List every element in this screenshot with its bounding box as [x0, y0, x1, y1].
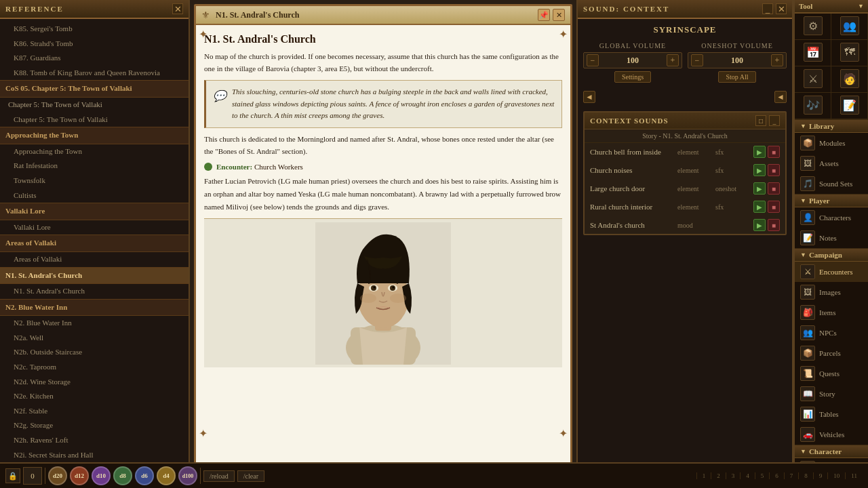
nav-item-n2c[interactable]: N2c. Taproom — [0, 360, 189, 375]
d6-button[interactable]: d6 — [135, 466, 154, 485]
toolbar-notes[interactable]: 📝 Notes — [795, 228, 868, 248]
lock-icon[interactable]: 🔒 — [5, 468, 20, 483]
d6-dice[interactable]: d6 — [135, 466, 154, 485]
nav-item-townsfolk[interactable]: Townsfolk — [0, 174, 189, 188]
seg-3: 3 — [726, 472, 741, 479]
play-church-bell[interactable]: ▶ — [753, 146, 766, 158]
play-st-andral[interactable]: ▶ — [753, 219, 766, 231]
stop-church-bell[interactable]: ■ — [768, 146, 780, 158]
content-close-button[interactable]: ✕ — [553, 9, 565, 21]
nav-item-areas[interactable]: Areas of Vallaki — [0, 252, 189, 267]
nav-item-approaching-town[interactable]: Approaching the Town — [0, 144, 189, 159]
d4-button[interactable]: d4 — [157, 466, 176, 485]
d10-dice[interactable]: d10 — [92, 466, 111, 485]
play-church-noises[interactable]: ▶ — [753, 164, 766, 176]
toolbar-parcels[interactable]: 📦 Parcels — [795, 343, 868, 363]
toolbar-sword-icon[interactable]: ⚔ — [795, 66, 831, 93]
toolbar-calendar-icon[interactable]: 📅 — [795, 40, 831, 66]
oneshot-volume-decrease[interactable]: − — [691, 54, 703, 66]
nav-item-n2h[interactable]: N2h. Ravens' Loft — [0, 433, 189, 448]
d12-button[interactable]: d12 — [70, 466, 89, 485]
oneshot-vol-back[interactable]: ◄ — [774, 91, 787, 103]
d12-dice[interactable]: d12 — [70, 466, 89, 485]
toolbar-assets[interactable]: 🖼 Assets — [795, 153, 868, 174]
context-collapse-button[interactable]: _ — [769, 115, 780, 126]
reload-command[interactable]: /reload — [203, 470, 235, 482]
nav-item-n2f[interactable]: N2f. Stable — [0, 404, 189, 419]
d8-button[interactable]: d8 — [113, 466, 132, 485]
toolbar-extra-icon[interactable]: 🗺 — [831, 40, 868, 66]
stop-st-andral[interactable]: ■ — [768, 219, 780, 231]
player-section-header[interactable]: ▼ Player — [795, 195, 868, 207]
settings-button[interactable]: Settings — [614, 71, 651, 83]
nav-item-vallaki-lore[interactable]: Vallaki Lore — [0, 220, 189, 235]
nav-item-n1[interactable]: N1. St. Andral's Church — [0, 284, 189, 299]
nav-item-n2d[interactable]: N2d. Wine Storage — [0, 375, 189, 390]
oneshot-volume-increase[interactable]: + — [771, 54, 783, 66]
play-large-door[interactable]: ▶ — [753, 182, 766, 195]
stop-large-door[interactable]: ■ — [768, 182, 780, 195]
nav-item-chapter5[interactable]: Chapter 5: The Town of Vallaki — [0, 98, 189, 113]
toolbar-note-icon[interactable]: 📝 — [831, 93, 868, 119]
toolbar-tables[interactable]: 📊 Tables — [795, 404, 868, 424]
nav-item-n2i[interactable]: N2i. Secret Stairs and Hall — [0, 448, 189, 463]
toolbar-character-icon[interactable]: 🧑 — [831, 66, 868, 93]
nav-item-n2a[interactable]: N2a. Well — [0, 331, 189, 346]
nav-item-chapter5-sub[interactable]: Chapter 5: The Town of Vallaki — [0, 113, 189, 127]
nav-item-k86[interactable]: K86. Strahd's Tomb — [0, 37, 189, 52]
play-rural-interior[interactable]: ▶ — [753, 201, 766, 213]
nav-section-n1[interactable]: N1. St. Andral's Church — [0, 267, 189, 285]
nav-item-k87[interactable]: K87. Guardians — [0, 51, 189, 66]
d20-button[interactable]: d20 — [48, 466, 67, 485]
clear-command[interactable]: /clear — [237, 470, 264, 482]
stop-all-button[interactable]: Stop All — [718, 71, 755, 83]
nav-item-k85[interactable]: K85. Sergei's Tomb — [0, 22, 189, 37]
nav-item-rat-infestation[interactable]: Rat Infestation — [0, 159, 189, 174]
toolbar-modules[interactable]: 📦 Modules — [795, 133, 868, 153]
toolbar-vehicles[interactable]: 🚗 Vehicles — [795, 424, 868, 445]
toolbar-story[interactable]: 📖 Story — [795, 384, 868, 404]
nav-section-cos05[interactable]: CoS 05. Chapter 5: The Town of Vallaki — [0, 80, 189, 98]
global-volume-increase[interactable]: + — [667, 54, 679, 66]
nav-item-k88[interactable]: K88. Tomb of King Barov and Queen Raveno… — [0, 66, 189, 81]
nav-item-n2e[interactable]: N2e. Kitchen — [0, 389, 189, 404]
sound-name-large-door: Large church door — [590, 184, 673, 192]
toolbar-npcs[interactable]: 👥 NPCs — [795, 323, 868, 343]
sound-close-button[interactable]: ✕ — [776, 3, 787, 14]
global-volume-decrease[interactable]: − — [587, 54, 599, 66]
nav-item-cultists[interactable]: Cultists — [0, 188, 189, 203]
nav-item-n2[interactable]: N2. Blue Water Inn — [0, 316, 189, 331]
toolbar-quests[interactable]: 📜 Quests — [795, 363, 868, 384]
library-section-header[interactable]: ▼ Library — [795, 120, 868, 133]
toolbar-users-icon[interactable]: 👥 — [831, 14, 868, 40]
stop-church-noises[interactable]: ■ — [768, 164, 780, 176]
nav-section-approaching[interactable]: Approaching the Town — [0, 127, 189, 144]
content-pin-button[interactable]: 📌 — [538, 9, 550, 21]
d100-dice[interactable]: d100 — [178, 466, 197, 485]
d100-button[interactable]: d100 — [178, 466, 197, 485]
d4-dice[interactable]: d4 — [157, 466, 176, 485]
nav-item-n2g[interactable]: N2g. Storage — [0, 418, 189, 433]
toolbar-encounters[interactable]: ⚔ Encounters — [795, 262, 868, 282]
reference-close-button[interactable]: ✕ — [172, 3, 183, 14]
stop-rural-interior[interactable]: ■ — [768, 201, 780, 213]
campaign-section-header[interactable]: ▼ Campaign — [795, 249, 868, 262]
character-section-header[interactable]: ▼ Character — [795, 445, 868, 458]
nav-section-vallaki-lore[interactable]: Vallaki Lore — [0, 203, 189, 220]
d10-button[interactable]: d10 — [92, 466, 111, 485]
toolbar-music-icon[interactable]: 🎶 — [795, 93, 831, 119]
global-vol-back[interactable]: ◄ — [583, 91, 595, 103]
toolbar-images[interactable]: 🖼 Images — [795, 282, 868, 302]
context-expand-button[interactable]: □ — [755, 115, 766, 126]
toolbar-settings-icon[interactable]: ⚙ — [795, 14, 831, 40]
sound-channel-rural-interior: sfx — [715, 203, 749, 211]
toolbar-characters[interactable]: 👤 Characters — [795, 207, 868, 228]
toolbar-items[interactable]: 🎒 Items — [795, 302, 868, 323]
toolbar-sound-sets[interactable]: 🎵 Sound Sets — [795, 174, 868, 194]
sound-minimize-button[interactable]: _ — [762, 3, 773, 14]
nav-section-n2[interactable]: N2. Blue Water Inn — [0, 299, 189, 317]
nav-section-areas[interactable]: Areas of Vallaki — [0, 235, 189, 252]
d8-dice[interactable]: d8 — [113, 466, 132, 485]
nav-item-n2b[interactable]: N2b. Outside Staircase — [0, 345, 189, 360]
d20-dice[interactable]: d20 — [48, 466, 67, 485]
